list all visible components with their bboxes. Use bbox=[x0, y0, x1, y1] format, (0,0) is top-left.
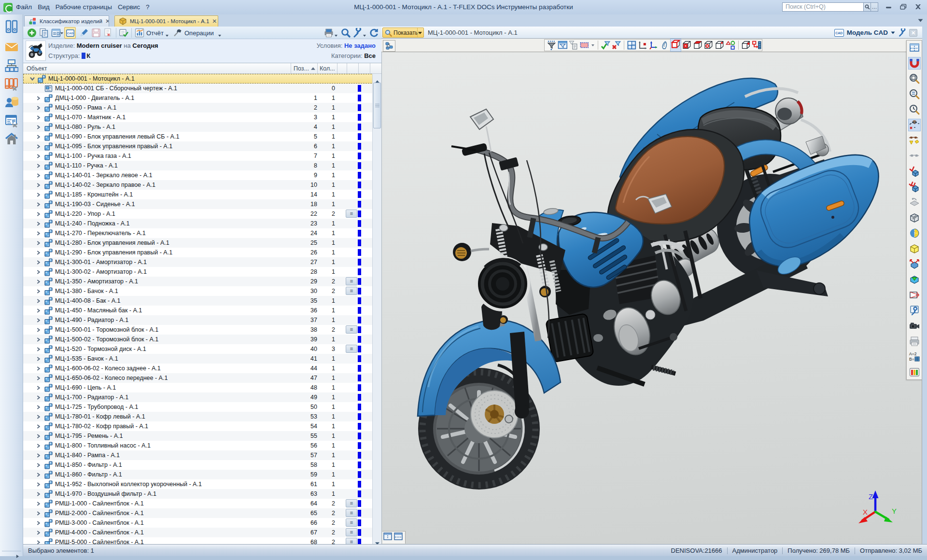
svg-text:Z: Z bbox=[869, 492, 873, 501]
svg-text:A=2: A=2 bbox=[909, 351, 917, 356]
svg-text:X: X bbox=[863, 508, 868, 516]
svg-text:Y: Y bbox=[892, 507, 897, 515]
svg-text:B=: B= bbox=[909, 357, 914, 362]
svg-text:CAD: CAD bbox=[67, 32, 74, 35]
